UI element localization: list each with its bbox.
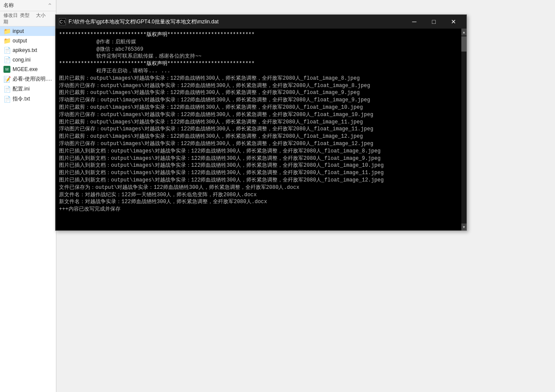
terminal-line: @微信：abc765369 (59, 46, 458, 53)
file-item-zl[interactable]: 📄指令.txt (0, 94, 56, 104)
terminal-line: 浮动图片已保存：output\images\对越战争实录：122师血战牺牲300… (59, 97, 458, 104)
col-modify-header: 修改日期 (3, 12, 20, 25)
terminal-line: @作者：启航传媒 (59, 39, 458, 46)
terminal-line: 图片已裁剪：output\images\对越战争实录：122师血战牺牲300人，… (59, 89, 458, 97)
terminal-line: 图片已裁剪：output\images\对越战争实录：122师血战牺牲300人，… (59, 119, 458, 126)
terminal-line: ****************************版权声明********… (59, 31, 458, 39)
terminal-line: 图片已裁剪：output\images\对越战争实录：122师血战牺牲300人，… (59, 75, 458, 82)
explorer-columns: 修改日期 类型 大小 (0, 11, 56, 26)
terminal-controls: ─ □ ✕ (405, 15, 463, 29)
file-name: 必看-使用说明.doc (13, 75, 52, 83)
folder-icon: 📁 (3, 28, 10, 35)
file-item-usage[interactable]: 📝必看-使用说明.doc (0, 74, 56, 84)
terminal-line: 图片已插入到新文档：output\images\对越战争实录：122师血战牺牲3… (59, 177, 458, 184)
terminal-line: 图片已插入到新文档：output\images\对越战争实录：122师血战牺牲3… (59, 162, 458, 169)
file-name: output (13, 38, 27, 44)
terminal-window: C:\ F:\软件仓库\gpt本地改写文档\GPT4.0批量改写本地文档\mzl… (55, 14, 467, 231)
terminal-app-icon: C:\ (59, 18, 66, 25)
terminal-line: 图片已裁剪：output\images\对越战争实录：122师血战牺牲300人，… (59, 104, 458, 111)
folder-icon: 📁 (3, 37, 10, 44)
terminal-titlebar: C:\ F:\软件仓库\gpt本地改写文档\GPT4.0批量改写本地文档\mzl… (56, 15, 467, 29)
file-list: 📁input📁output📄apikeys.txt📄cong.iniMMGEE.… (0, 26, 56, 104)
terminal-line: 程序正在启动，请稍等... ... (59, 68, 458, 75)
file-name: 配置.ini (13, 85, 29, 93)
file-name: apikeys.txt (13, 47, 37, 53)
file-item-mgee[interactable]: MMGEE.exe (0, 65, 56, 74)
file-name: MGEE.exe (13, 66, 38, 72)
terminal-title-text: F:\软件仓库\gpt本地改写文档\GPT4.0批量改写本地文档\mzlin.d… (69, 18, 219, 26)
file-item-output[interactable]: 📁output (0, 36, 56, 45)
terminal-line: 浮动图片已保存：output\images\对越战争实录：122师血战牺牲300… (59, 126, 458, 133)
terminal-line: 浮动图片已保存：output\images\对越战争实录：122师血战牺牲300… (59, 140, 458, 148)
terminal-line: 浮动图片已保存：output\images\对越战争实录：122师血战牺牲300… (59, 111, 458, 119)
file-item-pz[interactable]: 📄配置.ini (0, 84, 56, 94)
scroll-up-button[interactable]: ▲ (461, 29, 467, 36)
scroll-track (461, 36, 467, 224)
close-button[interactable]: ✕ (444, 15, 463, 29)
terminal-line: 软件定制可联系启航传媒，感谢各位的支持~~ (59, 53, 458, 60)
file-item-input[interactable]: 📁input (0, 26, 56, 36)
scroll-down-button[interactable]: ▼ (461, 224, 467, 230)
col-type-header: 类型 (20, 12, 36, 25)
file-explorer: 名称 ⌃ 修改日期 类型 大小 📁input📁output📄apikeys.tx… (0, 0, 56, 392)
terminal-line: 文件已保存为：output\对越战争实录：122师血战牺牲300人，师长紧急调整… (59, 184, 458, 191)
terminal-line: +++内容已改写完成并保存 (59, 206, 458, 213)
terminal-line: 图片已插入到新文档：output\images\对越战争实录：122师血战牺牲3… (59, 148, 458, 155)
doc-icon: 📝 (3, 76, 10, 83)
terminal-line: 图片已裁剪：output\images\对越战争实录：122师血战牺牲300人，… (59, 133, 458, 140)
col-name-header: 名称 (3, 2, 47, 9)
terminal-line: 图片已插入到新文档：output\images\对越战争实录：122师血战牺牲3… (59, 155, 458, 162)
terminal-line: 图片已插入到新文档：output\images\对越战争实录：122师血战牺牲3… (59, 169, 458, 177)
sort-icon[interactable]: ⌃ (47, 2, 52, 9)
file-name: cong.ini (13, 57, 30, 63)
terminal-title-area: C:\ F:\软件仓库\gpt本地改写文档\GPT4.0批量改写本地文档\mzl… (59, 18, 219, 26)
file-name: 指令.txt (13, 95, 30, 103)
terminal-line: 浮动图片已保存：output\images\对越战争实录：122师血战牺牲300… (59, 82, 458, 90)
terminal-scrollbar[interactable]: ▲ ▼ (461, 29, 467, 230)
txt-icon: 📄 (3, 96, 10, 103)
terminal-line: ****************************版权声明********… (59, 60, 458, 68)
terminal-line: 新文件名：对越战争实录：122师血战牺牲300人，师长紧急调整，全歼敌军2080… (59, 198, 458, 206)
txt-icon: 📄 (3, 47, 10, 54)
scroll-thumb[interactable] (461, 36, 467, 52)
exe-icon: M (3, 66, 10, 73)
file-item-cong[interactable]: 📄cong.ini (0, 55, 56, 65)
minimize-button[interactable]: ─ (405, 15, 424, 29)
file-name: input (13, 28, 24, 34)
explorer-header: 名称 ⌃ (0, 0, 56, 11)
ini-icon: 📄 (3, 56, 10, 63)
terminal-line: 原文件名：对越作战纪实：122师一天牺牲300人，师长临危变阵，歼敌2080人.… (59, 191, 458, 199)
col-size-header: 大小 (36, 12, 52, 25)
maximize-button[interactable]: □ (424, 15, 444, 29)
ini-icon: 📄 (3, 86, 10, 93)
terminal-body[interactable]: ****************************版权声明********… (56, 29, 461, 230)
file-item-apikeys[interactable]: 📄apikeys.txt (0, 45, 56, 55)
